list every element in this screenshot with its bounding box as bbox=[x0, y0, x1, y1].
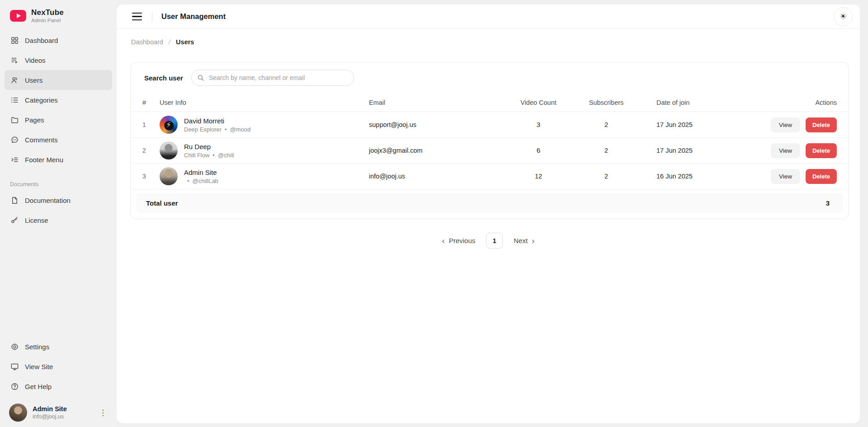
avatar bbox=[160, 141, 178, 160]
profile-text: Admin Site info@jooj.us bbox=[33, 405, 67, 420]
sidebar-item-categories[interactable]: Categories bbox=[5, 90, 112, 110]
sidebar-spacer bbox=[0, 230, 117, 337]
list-icon bbox=[10, 95, 19, 104]
header-video-count: Video Count bbox=[505, 99, 572, 106]
sidebar-item-get-help[interactable]: Get Help bbox=[5, 376, 112, 396]
search-label: Search user bbox=[144, 74, 183, 82]
users-icon bbox=[10, 75, 19, 84]
user-subtitle: Deep Explorer • @mood bbox=[184, 126, 250, 133]
profile-card[interactable]: Admin Site info@jooj.us ⋮ bbox=[9, 404, 110, 422]
previous-page-button[interactable]: ‹ Previous bbox=[442, 236, 476, 245]
key-icon bbox=[10, 216, 19, 225]
header-user-info: User Info bbox=[160, 99, 369, 106]
user-channel: Chill Flow bbox=[184, 152, 209, 159]
sidebar-documents-nav: Documentation License bbox=[0, 190, 117, 230]
user-text: Admin Site • @chillLab bbox=[184, 169, 218, 184]
topbar: User Management ☀ bbox=[117, 5, 860, 29]
sidebar-item-settings[interactable]: Settings bbox=[5, 337, 112, 357]
previous-label: Previous bbox=[449, 237, 475, 244]
user-text: David Morreti Deep Explorer • @mood bbox=[184, 117, 250, 133]
sidebar-bottom-nav: Settings View Site Get Help bbox=[0, 337, 117, 396]
pagination: ‹ Previous 1 Next › bbox=[117, 233, 860, 249]
user-cell: ⚡ David Morreti Deep Explorer • @mood bbox=[160, 116, 369, 134]
video-count: 6 bbox=[505, 147, 572, 154]
help-icon bbox=[10, 382, 19, 391]
user-email: info@jooj.us bbox=[369, 173, 505, 180]
view-button[interactable]: View bbox=[771, 169, 800, 184]
sidebar-item-label: Videos bbox=[25, 56, 46, 64]
sidebar-item-label: Comments bbox=[25, 136, 58, 144]
bullet-separator: • bbox=[225, 126, 227, 133]
user-name: David Morreti bbox=[184, 117, 250, 125]
sidebar-item-pages[interactable]: Pages bbox=[5, 110, 112, 130]
users-table-card: Search user # User Info Email Video Coun… bbox=[130, 62, 849, 219]
view-button[interactable]: View bbox=[771, 117, 800, 132]
kebab-icon[interactable]: ⋮ bbox=[95, 406, 110, 419]
table-row: 3 Admin Site • @chillLab info@jooj.us 12… bbox=[131, 164, 849, 189]
sidebar-item-label: Users bbox=[25, 76, 42, 84]
row-index: 3 bbox=[142, 173, 160, 180]
sidebar-item-documentation[interactable]: Documentation bbox=[5, 190, 112, 210]
gear-icon bbox=[10, 342, 19, 351]
row-actions: View Delete bbox=[762, 117, 837, 132]
documents-section-label: Documents bbox=[0, 169, 117, 190]
profile-avatar bbox=[9, 404, 27, 422]
sidebar-item-license[interactable]: License bbox=[5, 210, 112, 230]
sidebar-item-view-site[interactable]: View Site bbox=[5, 357, 112, 376]
user-subtitle: • @chillLab bbox=[184, 178, 218, 184]
delete-button[interactable]: Delete bbox=[806, 169, 837, 184]
sidebar-item-label: License bbox=[25, 216, 48, 224]
profile-name: Admin Site bbox=[33, 405, 67, 413]
theme-toggle-button[interactable]: ☀ bbox=[834, 7, 853, 26]
brand[interactable]: NexTube Admin Panel bbox=[0, 6, 117, 25]
search-input[interactable] bbox=[191, 70, 354, 86]
date-of-join: 17 Jun 2025 bbox=[640, 147, 762, 154]
user-handle: @chillLab bbox=[193, 178, 218, 184]
grid-icon bbox=[10, 36, 19, 45]
user-name: Ru Deep bbox=[184, 143, 234, 150]
user-channel: Deep Explorer bbox=[184, 126, 222, 133]
user-handle: @mood bbox=[230, 126, 251, 133]
footer-menu-icon bbox=[10, 155, 19, 164]
sidebar-item-videos[interactable]: Videos bbox=[5, 50, 112, 70]
breadcrumb: Dashboard / Users bbox=[117, 29, 860, 46]
bullet-separator: • bbox=[187, 178, 189, 184]
bullet-separator: • bbox=[212, 152, 215, 159]
row-index: 2 bbox=[142, 147, 160, 154]
header-index: # bbox=[142, 99, 160, 106]
folder-icon bbox=[10, 115, 19, 124]
total-label: Total user bbox=[146, 199, 178, 207]
nextube-logo-icon bbox=[10, 10, 26, 22]
comment-icon bbox=[10, 135, 19, 144]
header-date-of-join: Date of join bbox=[640, 99, 762, 106]
row-index: 1 bbox=[142, 121, 160, 128]
video-list-icon bbox=[10, 56, 19, 65]
sidebar-item-footer-menu[interactable]: Footer Menu bbox=[5, 150, 112, 169]
delete-button[interactable]: Delete bbox=[806, 143, 837, 158]
header-email: Email bbox=[369, 99, 505, 106]
table-row: 2 Ru Deep Chill Flow • @chill joojx3@gma… bbox=[131, 138, 849, 164]
sidebar-item-label: Pages bbox=[25, 116, 44, 124]
hamburger-icon[interactable] bbox=[128, 8, 146, 25]
user-cell: Admin Site • @chillLab bbox=[160, 167, 369, 185]
view-button[interactable]: View bbox=[771, 143, 800, 158]
user-text: Ru Deep Chill Flow • @chill bbox=[184, 143, 234, 159]
monitor-icon bbox=[10, 362, 19, 371]
breadcrumb-dashboard-link[interactable]: Dashboard bbox=[131, 38, 163, 46]
file-icon bbox=[10, 196, 19, 205]
play-icon bbox=[17, 14, 21, 18]
next-page-button[interactable]: Next › bbox=[514, 236, 534, 245]
sidebar-item-users[interactable]: Users bbox=[5, 70, 112, 90]
delete-button[interactable]: Delete bbox=[806, 117, 837, 132]
sidebar-item-label: Dashboard bbox=[25, 37, 58, 44]
page-number[interactable]: 1 bbox=[486, 233, 503, 249]
avatar: ⚡ bbox=[160, 116, 178, 134]
video-count: 12 bbox=[505, 173, 572, 180]
sidebar-item-dashboard[interactable]: Dashboard bbox=[5, 30, 112, 50]
search-row: Search user bbox=[131, 62, 849, 93]
sidebar-item-comments[interactable]: Comments bbox=[5, 130, 112, 150]
sidebar-item-label: Footer Menu bbox=[25, 156, 63, 164]
table-row: 1 ⚡ David Morreti Deep Explorer • @mood … bbox=[131, 112, 849, 138]
sidebar-item-label: View Site bbox=[25, 363, 53, 371]
chevron-right-icon: › bbox=[532, 236, 534, 245]
